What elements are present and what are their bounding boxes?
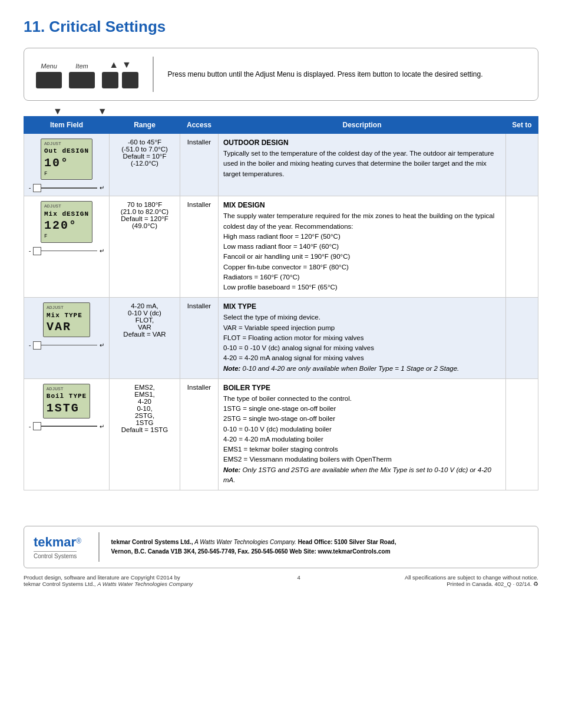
- item-button[interactable]: [69, 72, 95, 88]
- menu-button[interactable]: [36, 72, 62, 88]
- col-set-to: Set to: [506, 117, 538, 134]
- footer-bottom-left: Product design, software and literature …: [24, 574, 193, 587]
- footer-bottom-center: 4: [297, 574, 300, 587]
- item-field-mixdesign: ADJUST Mix dESIGN 120° F - ↵: [24, 196, 110, 298]
- control-panel: Menu Item ▲ ▼ Press menu button until th…: [24, 48, 538, 101]
- access-mixtype: Installer: [180, 298, 219, 379]
- footer-logo-bar: tekmar® Control Systems tekmar Control S…: [24, 526, 538, 568]
- down-button[interactable]: [122, 72, 138, 88]
- access-outdoor: Installer: [180, 134, 219, 196]
- desc-boilertype: BOILER TYPE The type of boiler connected…: [219, 378, 506, 490]
- up-button[interactable]: [102, 72, 118, 88]
- setto-outdoor: [506, 134, 538, 196]
- lcd-boilertype: ADJUST Boil TYPE 1STG: [43, 384, 90, 419]
- setto-mixdesign: [506, 196, 538, 298]
- button-group: Menu Item ▲ ▼: [36, 60, 138, 88]
- arrow-labels: ▲ ▼: [109, 60, 131, 70]
- setto-mixtype: [506, 298, 538, 379]
- col-item-field: Item Field: [24, 117, 110, 134]
- table-row: ADJUST Boil TYPE 1STG - ↵ EMS2,EMS1,4-20…: [24, 378, 538, 490]
- down-arrows-indicator: ▼ ▼: [53, 107, 538, 116]
- footer-divider: [98, 532, 100, 562]
- range-mixtype: 4-20 mA,0-10 V (dc)FLOT,VARDefault = VAR: [110, 298, 180, 379]
- slider-boilertype: - ↵: [29, 423, 104, 430]
- slider-outdoor: - ↵: [29, 185, 104, 191]
- item-field-outdoor: ADJUST Out dESIGN 10° F - ↵: [24, 134, 110, 196]
- footer-bottom-right: All specifications are subject to change…: [405, 574, 538, 587]
- table-row: ADJUST Mix TYPE VAR - ↵ 4-20 mA,0-10 V (…: [24, 298, 538, 379]
- arrow-buttons: [102, 72, 138, 88]
- page-title: 11. Critical Settings: [24, 18, 538, 36]
- settings-table: Item Field Range Access Description Set …: [24, 116, 538, 490]
- lcd-mixdesign: ADJUST Mix dESIGN 120° F: [41, 201, 92, 242]
- col-range: Range: [110, 117, 180, 134]
- down-arrow-2: ▼: [98, 107, 107, 116]
- logo-subtitle: Control Systems: [34, 551, 77, 559]
- col-description: Description: [219, 117, 506, 134]
- divider: [153, 57, 154, 92]
- table-header-row: Item Field Range Access Description Set …: [24, 117, 538, 134]
- menu-label: Menu: [41, 62, 57, 70]
- table-row: ADJUST Mix dESIGN 120° F - ↵ 70 to 180°F…: [24, 196, 538, 298]
- footer-company-info: tekmar Control Systems Ltd., A Watts Wat…: [111, 538, 396, 556]
- lcd-outdoor: ADJUST Out dESIGN 10° F: [41, 139, 92, 180]
- menu-button-group: Menu: [36, 62, 62, 88]
- col-access: Access: [180, 117, 219, 134]
- range-outdoor: -60 to 45°F(-51.0 to 7.0°C)Default = 10°…: [110, 134, 180, 196]
- table-row: ADJUST Out dESIGN 10° F - ↵ -60 to 45°F(…: [24, 134, 538, 196]
- panel-description: Press menu button until the Adjust Menu …: [168, 69, 527, 80]
- down-arrow-1: ▼: [53, 107, 62, 116]
- range-mixdesign: 70 to 180°F(21.0 to 82.0°C)Default = 120…: [110, 196, 180, 298]
- slider-mixdesign: - ↵: [29, 248, 104, 254]
- logo-tekmar: tekmar®: [34, 535, 81, 550]
- item-field-boilertype: ADJUST Boil TYPE 1STG - ↵: [24, 378, 110, 490]
- desc-outdoor: OUTDOOR DESIGN Typically set to the temp…: [219, 134, 506, 196]
- up-arrow-label: ▲: [109, 60, 118, 70]
- item-label: Item: [75, 62, 88, 70]
- item-field-mixtype: ADJUST Mix TYPE VAR - ↵: [24, 298, 110, 379]
- arrow-button-group: ▲ ▼: [102, 60, 138, 88]
- setto-boilertype: [506, 378, 538, 490]
- access-mixdesign: Installer: [180, 196, 219, 298]
- desc-mixtype: MIX TYPE Select the type of mixing devic…: [219, 298, 506, 379]
- access-boilertype: Installer: [180, 378, 219, 490]
- down-arrow-label: ▼: [122, 60, 131, 70]
- item-button-group: Item: [69, 62, 95, 88]
- range-boilertype: EMS2,EMS1,4-200-10,2STG,1STGDefault = 1S…: [110, 378, 180, 490]
- logo-box: tekmar® Control Systems: [34, 535, 87, 559]
- slider-mixtype: - ↵: [29, 342, 104, 348]
- lcd-mixtype: ADJUST Mix TYPE VAR: [43, 302, 90, 337]
- footer-bottom: Product design, software and literature …: [24, 574, 538, 587]
- desc-mixdesign: MIX DESIGN The supply water temperature …: [219, 196, 506, 298]
